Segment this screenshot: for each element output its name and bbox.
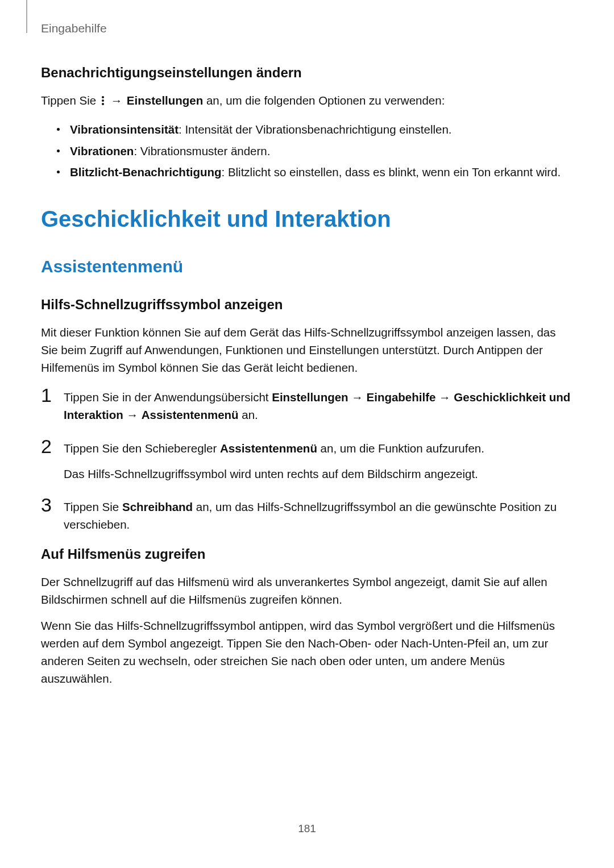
text: an. [239, 408, 258, 421]
more-icon [101, 94, 105, 111]
step-text: Tippen Sie den Schieberegler Assistenten… [64, 437, 573, 483]
bullet-icon [57, 128, 60, 131]
step-number: 3 [41, 495, 64, 516]
text: an, um die folgenden Optionen zu verwend… [203, 94, 445, 107]
list-item: Vibrationen: Vibrationsmuster ändern. [57, 142, 573, 160]
bold-label: Einstellungen [127, 94, 203, 107]
bullet-list: Vibrationsintensität: Intensität der Vib… [57, 121, 573, 181]
list-item: Vibrationsintensität: Intensität der Vib… [57, 121, 573, 139]
step-text: Tippen Sie in der Anwendungsübersicht Ei… [64, 385, 573, 424]
bullet-icon [57, 149, 60, 152]
bold-label: Eingabehilfe [367, 391, 436, 404]
svg-point-1 [102, 99, 104, 102]
arrow-icon: → [349, 391, 367, 404]
section-heading: Hilfs-Schnellzugriffssymbol anzeigen [41, 297, 573, 313]
bold-label: Blitzlicht-Benachrichtigung [70, 165, 222, 178]
svg-point-0 [102, 96, 104, 98]
page-number: 181 [0, 823, 614, 835]
bold-label: Einstellungen [272, 391, 348, 404]
text: Tippen Sie [41, 94, 99, 107]
list-item-text: Vibrationen: Vibrationsmuster ändern. [70, 142, 270, 160]
header-vertical-rule [26, 0, 27, 33]
text: Tippen Sie in der Anwendungsübersicht [64, 391, 272, 404]
list-item: Blitzlicht-Benachrichtigung: Blitzlicht … [57, 163, 573, 181]
text: an, um die Funktion aufzurufen. [317, 442, 484, 455]
paragraph: Der Schnellzugriff auf das Hilfsmenü wir… [41, 574, 573, 609]
step-number: 1 [41, 385, 64, 406]
step-number: 2 [41, 437, 64, 457]
list-item: 1 Tippen Sie in der Anwendungsübersicht … [41, 385, 573, 424]
paragraph: Mit dieser Funktion können Sie auf dem G… [41, 324, 573, 376]
text: Tippen Sie [64, 500, 122, 513]
bold-label: Schreibhand [122, 500, 193, 513]
list-item-text: Vibrationsintensität: Intensität der Vib… [70, 121, 452, 139]
bold-label: Assistentenmenü [142, 408, 239, 421]
arrow-icon: → [435, 391, 454, 404]
paragraph: Wenn Sie das Hilfs-Schnellzugriffssymbol… [41, 617, 573, 687]
arrow-icon: → [106, 94, 127, 107]
bullet-icon [57, 171, 60, 173]
bold-label: Assistentenmenü [220, 442, 317, 455]
breadcrumb: Eingabehilfe [41, 22, 573, 35]
text: : Blitzlicht so einstellen, dass es blin… [222, 165, 561, 178]
bold-label: Vibrationen [70, 144, 134, 157]
svg-point-2 [102, 103, 104, 105]
section-heading: Benachrichtigungseinstellungen ändern [41, 65, 573, 81]
intro-paragraph: Tippen Sie → Einstellungen an, um die fo… [41, 92, 573, 111]
list-item: 3 Tippen Sie Schreibhand an, um das Hilf… [41, 495, 573, 534]
text: : Vibrationsmuster ändern. [134, 144, 270, 157]
text: : Intensität der Vibrationsbenachrichtig… [179, 123, 452, 136]
step-text: Tippen Sie Schreibhand an, um das Hilfs-… [64, 495, 573, 534]
subsection-title: Assistentenmenü [41, 257, 573, 276]
section-heading: Auf Hilfsmenüs zugreifen [41, 546, 573, 562]
numbered-list: 1 Tippen Sie in der Anwendungsübersicht … [41, 385, 573, 534]
list-item: 2 Tippen Sie den Schieberegler Assistent… [41, 437, 573, 483]
list-item-text: Blitzlicht-Benachrichtigung: Blitzlicht … [70, 163, 561, 181]
page-title: Geschicklichkeit und Interaktion [41, 206, 573, 232]
text: Tippen Sie den Schieberegler [64, 442, 220, 455]
arrow-icon: → [123, 408, 142, 421]
page-content: Eingabehilfe Benachrichtigungseinstellun… [0, 0, 614, 687]
bold-label: Vibrationsintensität [70, 123, 179, 136]
step-subtext: Das Hilfs-Schnellzugriffssymbol wird unt… [64, 466, 573, 483]
